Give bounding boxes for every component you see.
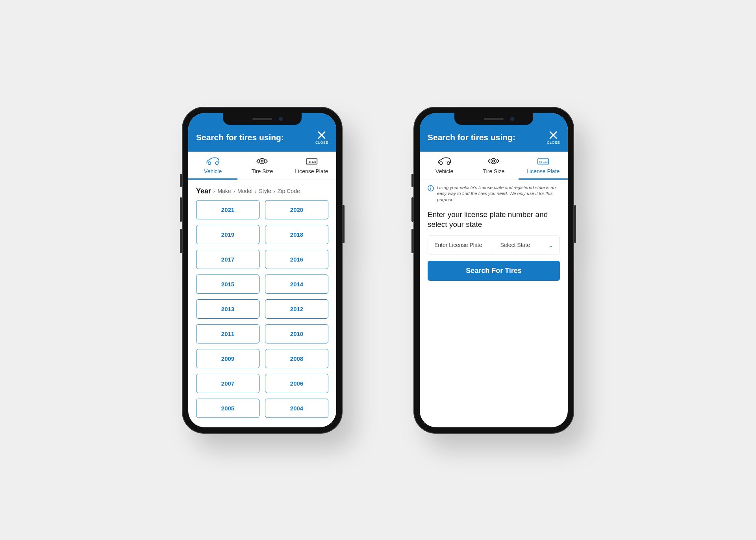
search-method-tabs: Vehicle Tire Size TB-123 License Plate (420, 152, 568, 180)
car-icon (188, 156, 237, 167)
close-icon (317, 130, 326, 140)
svg-point-7 (447, 161, 450, 164)
tab-label: License Plate (519, 168, 568, 174)
info-banner: Using your vehicle's license plate and r… (420, 180, 568, 206)
tab-label: Vehicle (420, 168, 469, 174)
svg-text:TB-123: TB-123 (539, 160, 548, 163)
year-option[interactable]: 2018 (265, 225, 328, 244)
chevron-right-icon: › (255, 188, 256, 194)
breadcrumb-step-zip[interactable]: Zip Code (278, 188, 300, 194)
phone-notch (454, 113, 533, 125)
mockup-phone-right: Search for tires using: CLOSE Vehicle (413, 107, 574, 434)
svg-text:TB-123: TB-123 (307, 160, 316, 163)
chevron-right-icon: › (233, 188, 235, 194)
svg-point-6 (440, 161, 443, 164)
license-plate-form: Enter License Plate Select State ⌄ (428, 236, 560, 254)
close-button[interactable]: CLOSE (547, 130, 560, 145)
license-plate-icon: TB-123 (519, 156, 568, 167)
tab-vehicle[interactable]: Vehicle (188, 152, 237, 180)
breadcrumb: Year › Make › Model › Style › Zip Code (188, 180, 336, 200)
tab-label: Tire Size (237, 168, 287, 174)
year-option[interactable]: 2015 (196, 275, 259, 294)
year-option[interactable]: 2011 (196, 324, 259, 343)
side-button (343, 205, 345, 243)
side-button (574, 205, 576, 243)
svg-point-8 (491, 158, 497, 164)
breadcrumb-step-model[interactable]: Model (237, 188, 252, 194)
select-placeholder: Select State (500, 242, 530, 248)
year-option[interactable]: 2006 (265, 374, 328, 393)
screen-vehicle-year: Search for tires using: CLOSE Vehicle (188, 113, 336, 427)
modal-title: Search for tires using: (196, 133, 284, 142)
year-option[interactable]: 2017 (196, 250, 259, 269)
tab-vehicle[interactable]: Vehicle (420, 152, 469, 180)
tab-label: Vehicle (188, 168, 237, 174)
car-icon (420, 156, 469, 167)
year-option[interactable]: 2008 (265, 349, 328, 368)
breadcrumb-step-style[interactable]: Style (259, 188, 271, 194)
year-option[interactable]: 2012 (265, 299, 328, 319)
year-option[interactable]: 2020 (265, 200, 328, 219)
chevron-right-icon: › (274, 188, 275, 194)
chevron-right-icon: › (213, 188, 215, 194)
svg-point-2 (259, 158, 265, 164)
close-label: CLOSE (315, 141, 328, 145)
year-option[interactable]: 2010 (265, 324, 328, 343)
tire-icon (469, 156, 518, 167)
breadcrumb-current: Year (196, 187, 211, 195)
mockup-phone-left: Search for tires using: CLOSE Vehicle (182, 107, 343, 434)
year-option[interactable]: 2004 (265, 399, 328, 418)
tire-icon (237, 156, 287, 167)
svg-point-3 (261, 160, 263, 162)
year-option[interactable]: 2013 (196, 299, 259, 319)
search-for-tires-button[interactable]: Search For Tires (428, 261, 560, 281)
tab-label: License Plate (287, 168, 336, 174)
year-option[interactable]: 2014 (265, 275, 328, 294)
year-option[interactable]: 2021 (196, 200, 259, 219)
input-placeholder: Enter License Plate (434, 242, 482, 248)
modal-title: Search for tires using: (428, 133, 515, 142)
svg-point-13 (430, 186, 431, 187)
info-text: Using your vehicle's license plate and r… (437, 185, 560, 203)
svg-point-1 (216, 161, 219, 164)
tab-label: Tire Size (469, 168, 518, 174)
year-grid: 2021 2020 2019 2018 2017 2016 2015 2014 … (188, 200, 336, 426)
license-plate-heading: Enter your license plate number and sele… (420, 206, 568, 236)
chevron-down-icon: ⌄ (549, 242, 553, 248)
year-option[interactable]: 2007 (196, 374, 259, 393)
year-option[interactable]: 2016 (265, 250, 328, 269)
info-icon (428, 185, 434, 191)
svg-rect-14 (430, 187, 431, 190)
state-select[interactable]: Select State ⌄ (494, 236, 560, 254)
year-option[interactable]: 2019 (196, 225, 259, 244)
year-option[interactable]: 2005 (196, 399, 259, 418)
breadcrumb-step-make[interactable]: Make (217, 188, 231, 194)
license-plate-input[interactable]: Enter License Plate (428, 236, 494, 254)
close-icon (548, 130, 558, 140)
close-button[interactable]: CLOSE (315, 130, 328, 145)
svg-point-9 (493, 160, 495, 162)
tab-tire-size[interactable]: Tire Size (237, 152, 287, 180)
screen-license-plate: Search for tires using: CLOSE Vehicle (420, 113, 568, 427)
tab-license-plate[interactable]: TB-123 License Plate (519, 152, 568, 180)
close-label: CLOSE (547, 141, 560, 145)
tab-license-plate[interactable]: TB-123 License Plate (287, 152, 336, 180)
search-method-tabs: Vehicle Tire Size TB-123 License Plate (188, 152, 336, 180)
year-option[interactable]: 2009 (196, 349, 259, 368)
license-plate-icon: TB-123 (287, 156, 336, 167)
svg-point-0 (208, 161, 211, 164)
tab-tire-size[interactable]: Tire Size (469, 152, 518, 180)
phone-notch (223, 113, 302, 125)
